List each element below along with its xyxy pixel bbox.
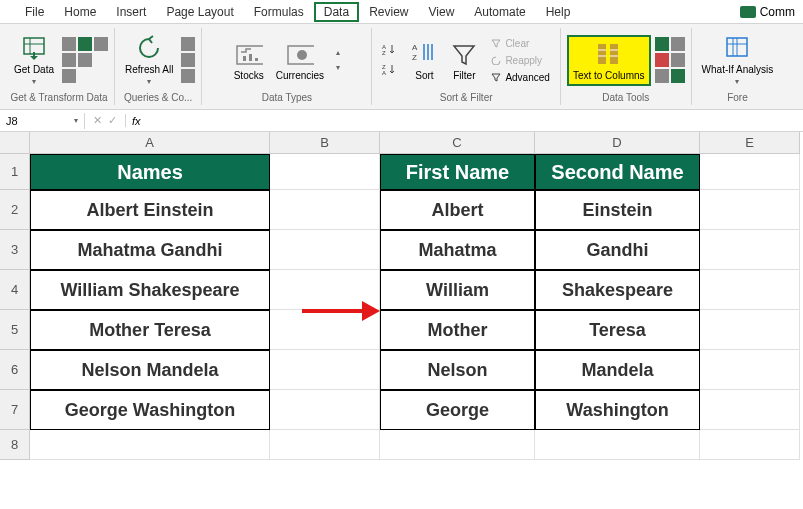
row-header-5[interactable]: 5 [0, 310, 30, 350]
cell-D4[interactable]: Shakespeare [535, 270, 700, 310]
ribbon-group-data-types: Stocks Currencies ▴ ▾ Data Types [202, 28, 372, 105]
cell-A2[interactable]: Albert Einstein [30, 190, 270, 230]
cell-E8[interactable] [700, 430, 800, 460]
small-icon[interactable] [655, 69, 669, 83]
fx-button[interactable]: fx [126, 115, 147, 127]
cell-C8[interactable] [380, 430, 535, 460]
small-icon[interactable] [181, 69, 195, 83]
menu-home[interactable]: Home [54, 2, 106, 22]
name-box[interactable]: J8 ▾ [0, 113, 85, 129]
cell-E4[interactable] [700, 270, 800, 310]
row-header-3[interactable]: 3 [0, 230, 30, 270]
small-icon[interactable] [62, 53, 76, 67]
scroll-up-icon[interactable]: ▴ [336, 48, 340, 57]
cell-A7[interactable]: George Washington [30, 390, 270, 430]
row-header-7[interactable]: 7 [0, 390, 30, 430]
cell-B3[interactable] [270, 230, 380, 270]
cell-E3[interactable] [700, 230, 800, 270]
menu-data[interactable]: Data [314, 2, 359, 22]
cell-B2[interactable] [270, 190, 380, 230]
col-header-A[interactable]: A [30, 132, 270, 154]
cell-C7[interactable]: George [380, 390, 535, 430]
row-header-4[interactable]: 4 [0, 270, 30, 310]
currencies-button[interactable]: Currencies [272, 37, 328, 84]
clear-button[interactable]: Clear [486, 36, 553, 51]
menu-help[interactable]: Help [536, 2, 581, 22]
cell-E6[interactable] [700, 350, 800, 390]
row-header-1[interactable]: 1 [0, 154, 30, 190]
cell-C2[interactable]: Albert [380, 190, 535, 230]
small-icon[interactable] [78, 53, 92, 67]
cell-D2[interactable]: Einstein [535, 190, 700, 230]
small-icon[interactable] [671, 37, 685, 51]
cell-D6[interactable]: Mandela [535, 350, 700, 390]
get-data-button[interactable]: Get Data▾ [10, 31, 58, 89]
menu-formulas[interactable]: Formulas [244, 2, 314, 22]
cell-D1[interactable]: Second Name [535, 154, 700, 190]
cell-D5[interactable]: Teresa [535, 310, 700, 350]
refresh-all-button[interactable]: Refresh All▾ [121, 31, 177, 89]
small-icon[interactable] [671, 53, 685, 67]
cell-A6[interactable]: Nelson Mandela [30, 350, 270, 390]
menu-automate[interactable]: Automate [464, 2, 535, 22]
menu-page-layout[interactable]: Page Layout [156, 2, 243, 22]
comments-button[interactable]: Comm [732, 2, 803, 22]
cell-A3[interactable]: Mahatma Gandhi [30, 230, 270, 270]
cell-B1[interactable] [270, 154, 380, 190]
enter-formula-icon[interactable]: ✓ [108, 114, 117, 127]
cell-C1[interactable]: First Name [380, 154, 535, 190]
scroll-down-icon[interactable]: ▾ [336, 63, 340, 72]
text-to-columns-button[interactable]: Text to Columns [567, 35, 651, 86]
menu-insert[interactable]: Insert [106, 2, 156, 22]
menu-file[interactable]: File [15, 2, 54, 22]
cell-E7[interactable] [700, 390, 800, 430]
advanced-button[interactable]: Advanced [486, 70, 553, 85]
sort-asc-button[interactable]: AZ [378, 41, 402, 59]
small-icon[interactable] [62, 37, 76, 51]
cell-C4[interactable]: William [380, 270, 535, 310]
cell-A1[interactable]: Names [30, 154, 270, 190]
row-header-2[interactable]: 2 [0, 190, 30, 230]
cell-E2[interactable] [700, 190, 800, 230]
filter-button[interactable]: Filter [446, 37, 482, 84]
reapply-button[interactable]: Reapply [486, 53, 553, 68]
ribbon: Get Data▾ Get & Transform Data Refresh A… [0, 24, 803, 110]
col-header-E[interactable]: E [700, 132, 800, 154]
cell-A5[interactable]: Mother Teresa [30, 310, 270, 350]
stocks-button[interactable]: Stocks [230, 37, 268, 84]
cell-D3[interactable]: Gandhi [535, 230, 700, 270]
cell-B8[interactable] [270, 430, 380, 460]
col-header-B[interactable]: B [270, 132, 380, 154]
cell-B6[interactable] [270, 350, 380, 390]
small-icon[interactable] [671, 69, 685, 83]
small-icon[interactable] [78, 37, 92, 51]
cell-E1[interactable] [700, 154, 800, 190]
col-header-C[interactable]: C [380, 132, 535, 154]
what-if-button[interactable]: What-If Analysis▾ [698, 31, 778, 89]
small-icon[interactable] [655, 37, 669, 51]
cell-C3[interactable]: Mahatma [380, 230, 535, 270]
small-icon[interactable] [94, 37, 108, 51]
cell-A8[interactable] [30, 430, 270, 460]
cell-D8[interactable] [535, 430, 700, 460]
cell-C6[interactable]: Nelson [380, 350, 535, 390]
cell-E5[interactable] [700, 310, 800, 350]
small-icon[interactable] [655, 53, 669, 67]
row-header-8[interactable]: 8 [0, 430, 30, 460]
cell-D7[interactable]: Washington [535, 390, 700, 430]
svg-rect-0 [24, 38, 44, 54]
sort-desc-button[interactable]: ZA [378, 61, 402, 79]
cell-B7[interactable] [270, 390, 380, 430]
select-all-corner[interactable] [0, 132, 30, 154]
menu-view[interactable]: View [419, 2, 465, 22]
cell-A4[interactable]: William Shakespeare [30, 270, 270, 310]
small-icon[interactable] [181, 53, 195, 67]
row-header-6[interactable]: 6 [0, 350, 30, 390]
cancel-formula-icon[interactable]: ✕ [93, 114, 102, 127]
menu-review[interactable]: Review [359, 2, 418, 22]
cell-C5[interactable]: Mother [380, 310, 535, 350]
small-icon[interactable] [62, 69, 76, 83]
col-header-D[interactable]: D [535, 132, 700, 154]
sort-button[interactable]: AZ Sort [406, 37, 442, 84]
small-icon[interactable] [181, 37, 195, 51]
